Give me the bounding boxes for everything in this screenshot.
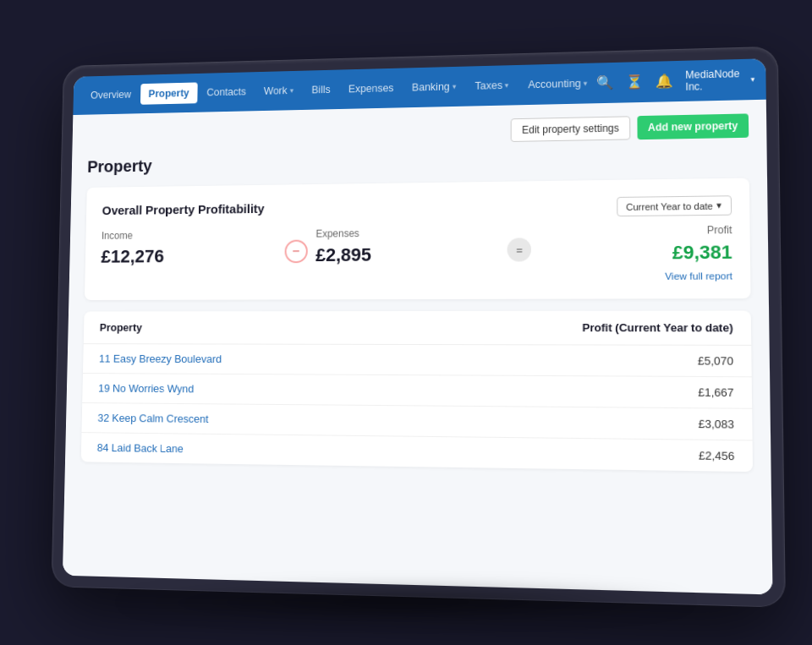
profit-col: Profit £9,381 bbox=[540, 223, 732, 264]
property-name-link[interactable]: 32 Keep Calm Crescent bbox=[97, 411, 405, 427]
banking-chevron-icon: ▾ bbox=[453, 82, 457, 90]
taxes-chevron-icon: ▾ bbox=[505, 80, 509, 89]
nav-right: 🔍 ⏳ 🔔 MediaNode Inc. ▾ bbox=[596, 67, 755, 95]
view-full-report-link[interactable]: View full report bbox=[101, 271, 732, 283]
nav-item-bills[interactable]: Bills bbox=[304, 79, 339, 101]
table-header: Property Profit (Current Year to date) bbox=[84, 310, 751, 345]
col2-header: Profit (Current Year to date) bbox=[406, 320, 733, 333]
property-name-link[interactable]: 11 Easy Breezy Boulevard bbox=[99, 352, 406, 365]
col1-header: Property bbox=[100, 321, 406, 334]
nav-item-taxes[interactable]: Taxes▾ bbox=[466, 74, 518, 96]
expenses-value: £2,895 bbox=[315, 243, 499, 265]
expenses-label: Expenses bbox=[315, 226, 499, 239]
property-amount: £1,667 bbox=[406, 384, 734, 399]
work-chevron-icon: ▾ bbox=[289, 86, 294, 95]
nav-item-banking[interactable]: Banking▾ bbox=[403, 75, 464, 98]
property-amount: £2,456 bbox=[405, 445, 734, 462]
nav-item-contacts[interactable]: Contacts bbox=[199, 80, 255, 102]
minus-operator: − bbox=[284, 239, 307, 263]
top-actions: Edit property settings Add new property bbox=[88, 113, 749, 150]
table-row: 11 Easy Breezy Boulevard£5,070 bbox=[83, 344, 752, 377]
date-filter-dropdown[interactable]: Current Year to date ▾ bbox=[617, 195, 732, 216]
page-title: Property bbox=[87, 145, 749, 176]
property-name-link[interactable]: 84 Laid Back Lane bbox=[97, 441, 406, 458]
nav-items: OverviewPropertyContactsWork▾BillsExpens… bbox=[83, 72, 597, 106]
date-filter-chevron-icon: ▾ bbox=[716, 200, 721, 210]
user-menu[interactable]: MediaNode Inc. ▾ bbox=[685, 67, 755, 92]
property-table-body: 11 Easy Breezy Boulevard£5,07019 No Worr… bbox=[81, 344, 753, 472]
date-filter-label: Current Year to date bbox=[626, 200, 713, 211]
profitability-row: Income £12,276 − Expenses £2,895 = bbox=[101, 223, 732, 267]
edit-property-button[interactable]: Edit property settings bbox=[511, 116, 630, 142]
nav-item-work[interactable]: Work▾ bbox=[255, 79, 302, 101]
property-amount: £5,070 bbox=[406, 353, 733, 368]
income-label: Income bbox=[102, 228, 277, 241]
add-property-button[interactable]: Add new property bbox=[637, 113, 749, 139]
property-amount: £3,083 bbox=[405, 414, 734, 430]
clock-icon[interactable]: ⏳ bbox=[626, 75, 644, 89]
profit-value: £9,381 bbox=[540, 241, 732, 265]
nav-item-accounting[interactable]: Accounting▾ bbox=[519, 72, 596, 96]
main-content: Edit property settings Add new property … bbox=[63, 99, 773, 594]
nav-item-expenses[interactable]: Expenses bbox=[340, 77, 402, 100]
user-name: MediaNode Inc. bbox=[685, 67, 746, 92]
accounting-chevron-icon: ▾ bbox=[584, 79, 588, 87]
income-value: £12,276 bbox=[101, 244, 276, 267]
equals-operator: = bbox=[508, 238, 531, 261]
nav-item-overview[interactable]: Overview bbox=[83, 84, 140, 106]
bell-icon[interactable]: 🔔 bbox=[656, 74, 673, 89]
search-icon[interactable]: 🔍 bbox=[596, 75, 614, 89]
property-table-card: Property Profit (Current Year to date) 1… bbox=[81, 310, 753, 472]
user-chevron-icon: ▾ bbox=[750, 74, 754, 83]
income-col: Income £12,276 bbox=[101, 228, 277, 267]
profit-label: Profit bbox=[540, 223, 732, 237]
profitability-card: Current Year to date ▾ Overall Property … bbox=[85, 178, 751, 299]
nav-item-property[interactable]: Property bbox=[140, 82, 197, 104]
property-name-link[interactable]: 19 No Worries Wynd bbox=[98, 381, 405, 396]
expenses-col: Expenses £2,895 bbox=[315, 226, 499, 265]
